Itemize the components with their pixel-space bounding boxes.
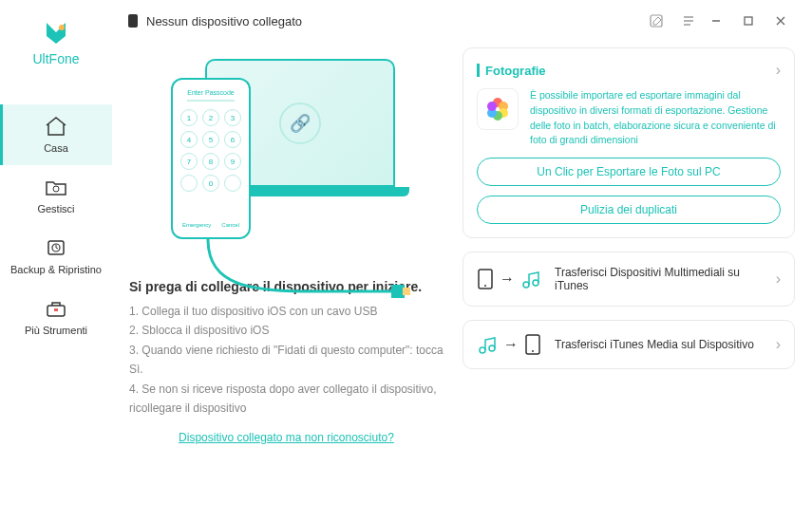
- folder-gear-icon: [44, 177, 68, 197]
- chevron-right-icon: ›: [776, 62, 781, 79]
- svg-rect-6: [128, 14, 138, 28]
- brand-logo-icon: [41, 19, 71, 46]
- svg-rect-10: [403, 288, 410, 295]
- brand-name: UltFone: [32, 51, 79, 66]
- music-icon: [477, 334, 498, 355]
- sidebar-item-tools[interactable]: Più Strumenti: [0, 287, 112, 347]
- main-area: Nessun dispositivo collegato 🔗 Enter Pas…: [112, 0, 812, 522]
- device-icon: [477, 269, 494, 289]
- chevron-right-icon: ›: [776, 336, 781, 353]
- photos-app-icon: [477, 88, 519, 130]
- dedup-photos-button[interactable]: Pulizia dei duplicati: [477, 196, 781, 224]
- chevron-right-icon: ›: [776, 270, 781, 288]
- sidebar-item-label: Più Strumenti: [25, 325, 87, 336]
- right-panel: Fotografie › È possibile importare ed es…: [463, 42, 795, 511]
- svg-point-0: [59, 25, 65, 30]
- photos-card: Fotografie › È possibile importare ed es…: [463, 47, 795, 238]
- svg-point-16: [487, 102, 497, 111]
- link-icon: 🔗: [279, 103, 321, 144]
- home-icon: [44, 116, 68, 137]
- svg-point-24: [532, 350, 534, 352]
- card-header[interactable]: Fotografie ›: [477, 62, 781, 79]
- arrow-right-icon: →: [500, 270, 515, 288]
- svg-point-1: [53, 186, 59, 192]
- close-button[interactable]: [765, 9, 797, 32]
- sidebar-item-home[interactable]: Casa: [0, 104, 112, 165]
- photos-description: È possibile importare ed esportare immag…: [530, 88, 781, 148]
- transfer-icons: →: [477, 334, 541, 355]
- device-icon: [524, 334, 541, 355]
- device-status: Nessun dispositivo collegato: [127, 13, 302, 28]
- phone-graphic: Enter Passcode 123 456 789 0 Emergency C…: [171, 78, 251, 239]
- close-icon: [775, 15, 786, 27]
- phone-emergency-label: Emergency: [182, 222, 211, 228]
- titlebar: Nessun dispositivo collegato: [112, 0, 812, 42]
- maximize-icon: [743, 15, 754, 27]
- left-panel: 🔗 Enter Passcode 123 456 789 0: [129, 42, 444, 511]
- transfer-to-device-card[interactable]: → Trasferisci iTunes Media sul Dispositi…: [463, 320, 795, 369]
- edit-icon: [649, 13, 664, 28]
- device-status-text: Nessun dispositivo collegato: [146, 14, 302, 28]
- content: 🔗 Enter Passcode 123 456 789 0: [112, 42, 812, 522]
- menu-icon: [681, 13, 696, 28]
- svg-rect-5: [54, 308, 58, 311]
- sidebar-item-manage[interactable]: Gestisci: [0, 165, 112, 226]
- transfer-label: Trasferisci iTunes Media sul Dispositivo: [555, 338, 763, 351]
- svg-point-18: [484, 285, 486, 287]
- transfer-icons: →: [477, 269, 541, 289]
- sidebar: UltFone Casa Gestisci Backup & Ripristin…: [0, 0, 112, 522]
- cable-graphic: [203, 239, 412, 306]
- help-link[interactable]: Dispositivo collegato ma non riconosciut…: [129, 431, 444, 444]
- sidebar-item-label: Gestisci: [37, 203, 74, 214]
- svg-point-19: [523, 282, 529, 288]
- keypad-graphic: 123 456 789 0: [180, 109, 241, 192]
- svg-rect-8: [745, 17, 752, 25]
- minimize-button[interactable]: [700, 9, 732, 32]
- sidebar-item-label: Casa: [44, 142, 68, 154]
- export-photos-button[interactable]: Un Clic per Esportare le Foto sul PC: [477, 158, 781, 186]
- photos-title: Fotografie: [485, 64, 546, 78]
- maximize-button[interactable]: [732, 9, 765, 32]
- toolbox-icon: [44, 298, 68, 319]
- instruction-step: 3. Quando viene richiesto di "Fidati di …: [129, 341, 444, 380]
- svg-rect-9: [391, 285, 405, 298]
- sidebar-item-backup[interactable]: Backup & Ripristino: [0, 226, 112, 287]
- instruction-step: 2. Sblocca il dispositivo iOS: [129, 321, 444, 340]
- phone-passcode-label: Enter Passcode: [187, 89, 234, 96]
- menu-button[interactable]: [677, 9, 700, 32]
- phone-cancel-label: Cancel: [221, 222, 239, 228]
- minimize-icon: [710, 15, 722, 27]
- connect-illustration: 🔗 Enter Passcode 123 456 789 0: [129, 49, 444, 268]
- svg-point-20: [533, 280, 538, 286]
- svg-point-22: [489, 345, 495, 351]
- svg-point-21: [480, 347, 485, 353]
- arrow-right-icon: →: [503, 336, 519, 353]
- app-window: UltFone Casa Gestisci Backup & Ripristin…: [0, 0, 812, 522]
- feedback-button[interactable]: [645, 9, 668, 32]
- instruction-step: 4. Se non si riceve risposta dopo aver c…: [129, 380, 444, 419]
- device-icon: [127, 13, 139, 28]
- music-icon: [520, 269, 541, 289]
- transfer-label: Trasferisci Dispositivi Multimediali su …: [555, 266, 763, 292]
- sidebar-item-label: Backup & Ripristino: [10, 264, 102, 275]
- backup-icon: [44, 237, 68, 258]
- transfer-to-itunes-card[interactable]: → Trasferisci Dispositivi Multimediali s…: [463, 252, 795, 307]
